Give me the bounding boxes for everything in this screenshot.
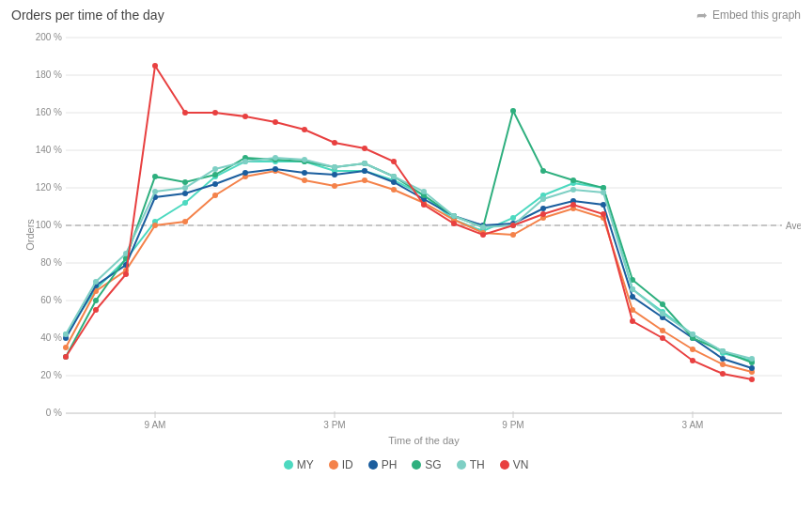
svg-point-164	[332, 140, 337, 146]
svg-point-168	[451, 221, 457, 226]
svg-point-161	[242, 114, 248, 119]
svg-point-174	[630, 318, 635, 324]
svg-point-145	[480, 224, 486, 230]
legend-dot-VN	[500, 460, 509, 470]
svg-point-81	[720, 362, 726, 367]
svg-point-172	[570, 202, 576, 208]
svg-point-169	[480, 232, 486, 238]
svg-point-131	[63, 332, 69, 337]
legend-dot-TH	[457, 460, 466, 470]
legend-dot-SG	[412, 460, 421, 470]
svg-point-148	[570, 187, 576, 193]
svg-point-106	[749, 365, 755, 371]
chart-title: Orders per time of the day	[11, 8, 164, 23]
svg-point-127	[660, 301, 665, 307]
svg-text:160 %: 160 %	[36, 107, 62, 117]
svg-text:3 AM: 3 AM	[682, 420, 704, 430]
svg-text:9 PM: 9 PM	[502, 420, 523, 430]
svg-point-152	[690, 332, 695, 337]
legend-item-MY: MY	[284, 458, 314, 471]
svg-point-143	[421, 189, 427, 194]
svg-point-175	[660, 335, 665, 341]
svg-point-112	[212, 172, 218, 177]
svg-point-74	[510, 232, 516, 238]
svg-text:20 %: 20 %	[40, 370, 62, 380]
svg-point-156	[93, 307, 99, 313]
svg-text:9 AM: 9 AM	[145, 420, 166, 430]
svg-point-93	[362, 168, 367, 174]
svg-point-151	[660, 311, 665, 316]
svg-point-162	[273, 119, 278, 125]
legend-item-SG: SG	[412, 458, 441, 471]
svg-point-141	[362, 161, 367, 166]
svg-point-177	[720, 371, 726, 377]
legend-label-VN: VN	[513, 458, 529, 471]
svg-point-105	[720, 356, 726, 362]
embed-button[interactable]: ➦ Embed this graph	[696, 8, 801, 23]
svg-text:40 %: 40 %	[40, 332, 62, 343]
svg-point-150	[630, 286, 635, 292]
svg-point-67	[302, 177, 307, 183]
svg-point-99	[540, 206, 546, 211]
svg-point-154	[749, 356, 755, 362]
svg-text:180 %: 180 %	[36, 69, 62, 80]
svg-point-135	[182, 185, 188, 191]
svg-point-101	[601, 202, 606, 208]
svg-point-163	[302, 127, 307, 132]
svg-text:60 %: 60 %	[40, 295, 62, 305]
svg-point-144	[451, 213, 457, 219]
svg-point-110	[152, 174, 158, 179]
svg-point-122	[510, 108, 516, 114]
svg-point-140	[332, 164, 337, 170]
svg-point-90	[273, 166, 278, 172]
svg-point-64	[212, 193, 218, 198]
chart-header: Orders per time of the day ➦ Embed this …	[11, 8, 801, 23]
embed-icon: ➦	[696, 8, 708, 23]
svg-point-165	[362, 146, 367, 151]
svg-point-70	[391, 187, 397, 193]
svg-point-134	[152, 189, 158, 194]
svg-point-159	[182, 110, 188, 116]
legend-label-TH: TH	[470, 458, 485, 471]
svg-point-166	[391, 159, 397, 164]
chart-area: .grid-line { stroke: #ddd; stroke-width:…	[11, 28, 801, 451]
svg-point-142	[391, 174, 397, 179]
svg-point-124	[570, 177, 576, 183]
svg-point-176	[690, 358, 695, 363]
legend-label-SG: SG	[425, 458, 441, 471]
legend-item-TH: TH	[457, 458, 485, 471]
svg-point-167	[421, 202, 427, 208]
svg-point-63	[182, 219, 188, 224]
svg-point-171	[540, 211, 546, 217]
svg-point-173	[601, 211, 606, 217]
chart-svg: .grid-line { stroke: #ddd; stroke-width:…	[11, 28, 801, 451]
svg-text:140 %: 140 %	[36, 145, 62, 155]
svg-point-139	[302, 157, 307, 162]
svg-point-136	[212, 166, 218, 172]
legend-dot-PH	[368, 460, 378, 470]
svg-point-111	[182, 179, 188, 185]
svg-text:120 %: 120 %	[36, 182, 62, 193]
line-SG	[66, 111, 752, 362]
svg-point-91	[302, 170, 307, 176]
svg-point-39	[182, 200, 188, 206]
svg-text:80 %: 80 %	[40, 257, 62, 268]
svg-point-158	[152, 63, 158, 69]
svg-text:Average: Average	[786, 221, 801, 231]
svg-point-80	[690, 347, 695, 352]
legend-label-MY: MY	[297, 458, 314, 471]
svg-point-87	[182, 191, 188, 196]
svg-point-79	[660, 328, 665, 333]
svg-point-147	[540, 196, 546, 202]
embed-label: Embed this graph	[712, 8, 801, 22]
svg-text:Orders: Orders	[24, 219, 36, 251]
svg-point-170	[510, 223, 516, 228]
svg-point-178	[749, 377, 755, 382]
svg-point-62	[152, 223, 158, 228]
svg-point-88	[212, 181, 218, 187]
legend-item-PH: PH	[368, 458, 398, 471]
svg-point-138	[273, 155, 278, 161]
svg-point-94	[391, 179, 397, 185]
svg-point-155	[63, 354, 69, 360]
svg-point-149	[601, 190, 606, 195]
